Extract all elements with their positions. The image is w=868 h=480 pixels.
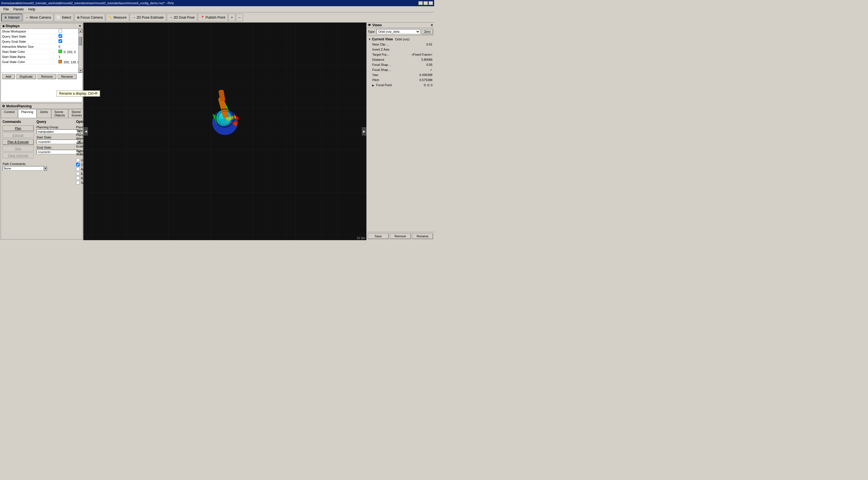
planning-group-field: Planning Group: ▼ (36, 125, 73, 134)
yaw-value[interactable]: 0.490398 (420, 73, 432, 76)
start-state-color-text: 0; 255; 0 (64, 50, 76, 54)
motion-planning-icon: ⚙ (2, 104, 5, 108)
displays-scrollbar[interactable]: ▲ ▼ (78, 29, 82, 73)
replanning-checkbox[interactable] (76, 176, 80, 180)
scroll-up-arrow[interactable]: ▲ (79, 29, 82, 33)
rename-display-button[interactable]: Rename (57, 74, 76, 79)
tab-joints[interactable]: Joints (37, 109, 51, 118)
collapse-left-button[interactable]: ◀ (83, 127, 88, 136)
focus-camera-button[interactable]: ⊕ Focus Camera (74, 13, 105, 22)
displays-buttons: Add Duplicate Remove Rename (1, 73, 82, 80)
motion-planning-tabs: Context Planning Joints Scene Objects St… (1, 109, 82, 118)
menu-help[interactable]: Help (26, 7, 38, 12)
add-display-button[interactable]: Add (2, 74, 15, 79)
show-workspace-row: Show Workspace (1, 29, 82, 34)
add-tool-button[interactable]: + (228, 13, 236, 22)
menu-file[interactable]: File (1, 7, 11, 12)
duplicate-display-button[interactable]: Duplicate (16, 74, 36, 79)
interactive-marker-size-label: Interactive Marker Size (2, 45, 59, 48)
external-comm-checkbox[interactable] (76, 172, 80, 175)
path-constraints-section: Path Constraints ▼ (3, 162, 34, 171)
displays-panel: 🖥 Displays ✕ Show Workspace Query Start … (1, 23, 83, 102)
3d-view[interactable]: ◀ ▶ 31 fps (83, 23, 366, 240)
publish-point-button[interactable]: 📍 Publish Point (198, 13, 228, 22)
yaw-key: Yaw (372, 73, 420, 76)
center-3d-viewport[interactable]: ◀ ▶ 31 fps (83, 23, 366, 240)
sensor-positioning-checkbox[interactable] (76, 181, 80, 185)
tab-planning[interactable]: Planning (18, 109, 36, 118)
focal-point-value[interactable]: 0; 0; 0 (424, 83, 432, 87)
remove-display-button[interactable]: Remove (37, 74, 56, 79)
query-start-state-checkbox[interactable] (59, 34, 62, 38)
views-type-row: Type: Orbit (rviz_defa Zero (367, 28, 434, 36)
start-state-color-label: Start State Color (2, 50, 59, 54)
motion-planning-panel: ⚙ MotionPlanning Context Planning Joints… (1, 103, 83, 239)
interact-button[interactable]: 🖱 Interact (1, 13, 22, 22)
start-state-select-container: ▼ (36, 139, 73, 144)
pitch-value[interactable]: 0.575398 (420, 78, 432, 82)
2d-goal-pose-button[interactable]: → 2D Goal Pose (167, 13, 197, 22)
views-rename-button[interactable]: Rename (412, 233, 433, 239)
views-type-select[interactable]: Orbit (rviz_defa (376, 29, 420, 34)
focal-shape1-value[interactable]: 0.05 (427, 63, 432, 66)
views-save-button[interactable]: Save (368, 233, 389, 239)
show-workspace-checkbox[interactable] (59, 29, 62, 33)
measure-label: Measure (113, 15, 127, 20)
select-button[interactable]: ⬜ Select (54, 13, 73, 22)
minimize-button[interactable]: ─ (418, 1, 423, 5)
clear-octomap-button[interactable]: Clear octomap (3, 153, 34, 158)
close-button[interactable]: ✕ (429, 1, 433, 5)
interact-icon: 🖱 (4, 15, 7, 20)
interact-label: Interact (8, 15, 20, 20)
planning-group-select[interactable] (36, 129, 78, 134)
execute-button[interactable]: Execute (3, 132, 34, 138)
query-goal-state-checkbox[interactable] (59, 39, 62, 43)
tab-stored-scenes[interactable]: Stored Scenes (68, 109, 82, 118)
views-type-label: Type: (368, 30, 375, 33)
views-remove-button[interactable]: Remove (390, 233, 411, 239)
near-clip-value[interactable]: 0.01 (427, 43, 432, 46)
focal-shape2-value[interactable]: ✓ (430, 68, 432, 72)
focal-point-expand-icon[interactable]: ▶ (372, 84, 374, 87)
approx-ik-solutions-checkbox[interactable] (76, 167, 80, 171)
collision-aware-ik-checkbox[interactable] (76, 163, 80, 166)
current-view-expand-icon[interactable]: ▼ (368, 38, 371, 41)
scroll-down-arrow[interactable]: ▼ (79, 69, 82, 73)
measure-icon: 📏 (108, 15, 113, 20)
select-icon: ⬜ (57, 15, 61, 20)
plan-execute-button[interactable]: Plan & Execute (3, 139, 34, 145)
measure-button[interactable]: 📏 Measure (106, 13, 129, 22)
start-state-color-box[interactable] (59, 50, 62, 53)
target-frame-value[interactable]: <Fixed Frame> (411, 53, 432, 56)
displays-close[interactable]: ✕ (79, 24, 81, 28)
displays-header: 🖥 Displays ✕ (1, 24, 82, 29)
near-clip-key: Near Clip … (372, 43, 427, 46)
use-cartesian-path-checkbox[interactable] (76, 158, 80, 162)
left-panel: 🖥 Displays ✕ Show Workspace Query Start … (0, 23, 83, 240)
goal-state-select[interactable] (36, 150, 78, 154)
maximize-button[interactable]: □ (424, 1, 428, 5)
tab-scene-objects[interactable]: Scene Objects (52, 109, 68, 118)
tab-context[interactable]: Context (1, 109, 18, 118)
main-layout: 🖥 Displays ✕ Show Workspace Query Start … (0, 23, 434, 240)
start-state-field: Start State: ▼ (36, 136, 73, 144)
collapse-right-button[interactable]: ▶ (362, 127, 366, 136)
move-camera-button[interactable]: ↔ Move Camera (23, 13, 54, 22)
scroll-thumb[interactable] (79, 37, 82, 45)
invert-z-row: Invert Z Axis (368, 47, 433, 52)
remove-tool-icon: – (239, 15, 241, 20)
views-zero-button[interactable]: Zero (422, 29, 433, 34)
menu-panels[interactable]: Panels (11, 7, 26, 12)
commands-title: Commands (3, 120, 34, 124)
goal-state-color-box[interactable] (59, 60, 62, 63)
distance-value[interactable]: 3.80086 (421, 58, 432, 61)
commands-column: Commands Plan Execute Plan & Execute Sto… (3, 120, 34, 185)
2d-pose-estimate-button[interactable]: → 2D Pose Estimate (130, 13, 166, 22)
views-close[interactable]: ✕ (431, 24, 433, 27)
plan-button[interactable]: Plan (3, 125, 34, 131)
remove-tool-button[interactable]: – (236, 13, 243, 22)
menu-bar: File Panels Help (0, 6, 434, 12)
start-state-select[interactable] (36, 139, 78, 144)
add-tool-icon: + (231, 15, 233, 20)
stop-button[interactable]: Stop (3, 146, 34, 152)
